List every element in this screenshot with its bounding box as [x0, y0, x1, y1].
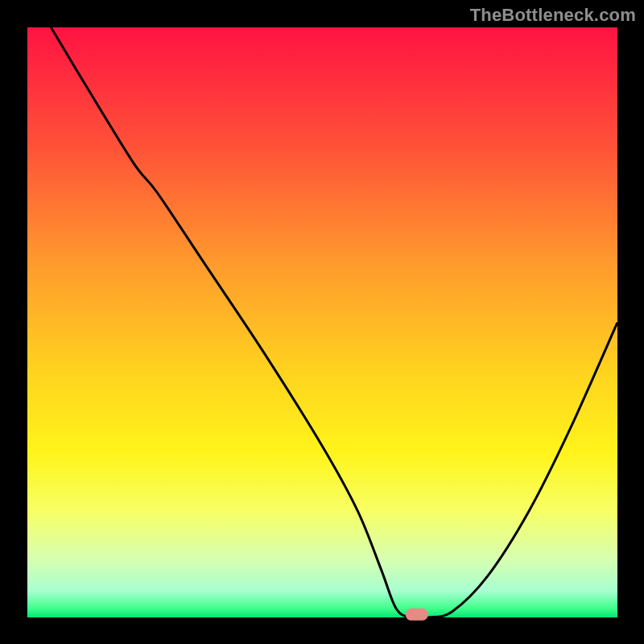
watermark-text: TheBottleneck.com: [470, 5, 636, 26]
bottleneck-chart: [0, 0, 644, 644]
gradient-background: [27, 27, 617, 617]
optimal-point-marker: [406, 609, 428, 621]
chart-frame: { "watermark": "TheBottleneck.com", "col…: [0, 0, 644, 644]
